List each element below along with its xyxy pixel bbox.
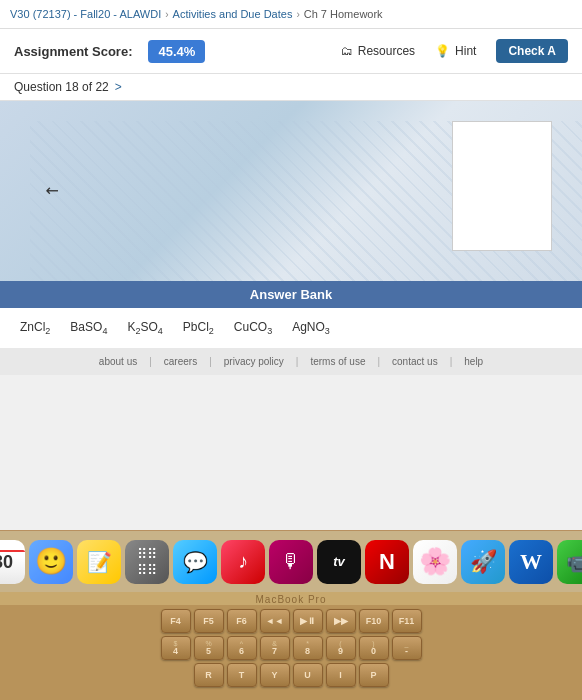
key-4[interactable]: $4 (161, 636, 191, 660)
resources-label: Resources (358, 44, 415, 58)
key-rewind[interactable]: ◄◄ (260, 609, 290, 633)
key-u[interactable]: U (293, 663, 323, 687)
macbook-label: MacBook Pro (0, 594, 582, 605)
key-f4[interactable]: F4 (161, 609, 191, 633)
keyboard: F4 F5 F6 ◄◄ ▶⏸ ▶▶ F10 F11 $4 %5 ^6 &7 *8… (0, 605, 582, 700)
breadcrumb-course[interactable]: V30 (72137) - Fall20 - ALAWDI (10, 8, 161, 20)
keyboard-row-letters: R T Y U I P (6, 663, 576, 687)
footer-careers[interactable]: careers (164, 356, 197, 367)
answer-item-1[interactable]: BaSO4 (70, 320, 107, 336)
dock-word[interactable]: W (509, 540, 553, 584)
check-button[interactable]: Check A (496, 39, 568, 63)
dock-finder[interactable]: 🙂 (29, 540, 73, 584)
question-bar: Question 18 of 22 > (0, 74, 582, 101)
key-f6[interactable]: F6 (227, 609, 257, 633)
dock-notes[interactable]: 📝 (77, 540, 121, 584)
answer-bank-items: ZnCl2 BaSO4 K2SO4 PbCl2 CuCO3 AgNO3 (0, 308, 582, 348)
answer-item-5[interactable]: AgNO3 (292, 320, 330, 336)
key-playpause[interactable]: ▶⏸ (293, 609, 323, 633)
breadcrumb-sep2: › (296, 9, 299, 20)
dock-photos[interactable]: 🌸 (413, 540, 457, 584)
dock-calendar[interactable]: 30 (0, 540, 25, 584)
key-f10[interactable]: F10 (359, 609, 389, 633)
answer-item-0[interactable]: ZnCl2 (20, 320, 50, 336)
dock-music[interactable]: ♪ (221, 540, 265, 584)
footer-about[interactable]: about us (99, 356, 137, 367)
key-7[interactable]: &7 (260, 636, 290, 660)
folder-icon: 🗂 (341, 44, 353, 58)
key-6[interactable]: ^6 (227, 636, 257, 660)
dock-launchpad[interactable]: 🚀 (461, 540, 505, 584)
question-label: Question 18 of 22 (14, 80, 109, 94)
key-0[interactable]: )0 (359, 636, 389, 660)
key-t[interactable]: T (227, 663, 257, 687)
dock-grid[interactable]: ⠿⠿⠿⠿ (125, 540, 169, 584)
question-nav-button[interactable]: > (115, 80, 122, 94)
screen: V30 (72137) - Fall20 - ALAWDI › Activiti… (0, 0, 582, 530)
answer-drop-zone[interactable] (452, 121, 552, 251)
footer-help[interactable]: help (464, 356, 483, 367)
key-f5[interactable]: F5 (194, 609, 224, 633)
breadcrumb: V30 (72137) - Fall20 - ALAWDI › Activiti… (0, 0, 582, 29)
answer-bank-header: Answer Bank (0, 281, 582, 308)
keyboard-row-fn: F4 F5 F6 ◄◄ ▶⏸ ▶▶ F10 F11 (6, 609, 576, 633)
key-r[interactable]: R (194, 663, 224, 687)
key-minus[interactable]: _- (392, 636, 422, 660)
dock-podcast[interactable]: 🎙 (269, 540, 313, 584)
keyboard-row-numbers: $4 %5 ^6 &7 *8 (9 )0 _- (6, 636, 576, 660)
breadcrumb-chapter: Ch 7 Homework (304, 8, 383, 20)
breadcrumb-section[interactable]: Activities and Due Dates (173, 8, 293, 20)
dock-bar: 30 🙂 📝 ⠿⠿⠿⠿ 💬 ♪ 🎙 tv N 🌸 🚀 W 📹 (0, 530, 582, 592)
footer-links: about us | careers | privacy policy | te… (0, 348, 582, 375)
answer-bank-section: Answer Bank ZnCl2 BaSO4 K2SO4 PbCl2 CuCO… (0, 281, 582, 348)
lightbulb-icon: 💡 (435, 44, 450, 58)
footer-contact[interactable]: contact us (392, 356, 438, 367)
cursor-icon: ↖ (40, 179, 63, 202)
main-content: ↖ Answer Bank ZnCl2 BaSO4 K2SO4 PbCl2 Cu… (0, 101, 582, 375)
answer-item-3[interactable]: PbCl2 (183, 320, 214, 336)
breadcrumb-sep1: › (165, 9, 168, 20)
footer-privacy[interactable]: privacy policy (224, 356, 284, 367)
key-fastforward[interactable]: ▶▶ (326, 609, 356, 633)
answer-item-4[interactable]: CuCO3 (234, 320, 272, 336)
hint-button[interactable]: 💡 Hint (435, 44, 476, 58)
dock-facetime[interactable]: 📹 (557, 540, 582, 584)
key-f11[interactable]: F11 (392, 609, 422, 633)
key-9[interactable]: (9 (326, 636, 356, 660)
key-5[interactable]: %5 (194, 636, 224, 660)
answer-item-2[interactable]: K2SO4 (127, 320, 162, 336)
assignment-score-label: Assignment Score: (14, 44, 132, 59)
resources-button[interactable]: 🗂 Resources (341, 44, 415, 58)
dock-appletv[interactable]: tv (317, 540, 361, 584)
question-area: ↖ (0, 101, 582, 281)
key-y[interactable]: Y (260, 663, 290, 687)
dock-news[interactable]: N (365, 540, 409, 584)
key-p[interactable]: P (359, 663, 389, 687)
footer-terms[interactable]: terms of use (310, 356, 365, 367)
header-bar: Assignment Score: 45.4% 🗂 Resources 💡 Hi… (0, 29, 582, 74)
calendar-day: 30 (0, 552, 13, 573)
header-actions: 🗂 Resources 💡 Hint Check A (341, 39, 568, 63)
score-badge: 45.4% (148, 40, 205, 63)
key-i[interactable]: I (326, 663, 356, 687)
dock-messages[interactable]: 💬 (173, 540, 217, 584)
hint-label: Hint (455, 44, 476, 58)
key-8[interactable]: *8 (293, 636, 323, 660)
